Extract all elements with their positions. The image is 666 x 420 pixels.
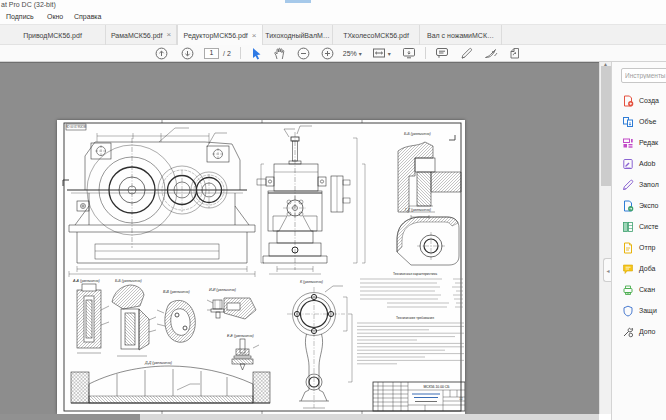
tool-add-comment[interactable]: Доба [612, 258, 666, 279]
tab-rama[interactable]: РамаМСК56.pdf× [106, 25, 177, 45]
fit-width-dropdown[interactable]: ▾ [372, 46, 391, 61]
send-share-button[interactable] [508, 46, 521, 61]
next-page-button[interactable] [181, 46, 194, 61]
toolbar-divider [425, 47, 426, 59]
document-tab-bar: ПриводМСК56.pdf РамаМСК56.pdf× РедукторМ… [0, 24, 666, 45]
tech-characteristics-block: Техническая характеристика [360, 272, 463, 307]
comment-tool-button[interactable] [435, 46, 449, 61]
menu-bar: Подпись Окно Справка [0, 11, 666, 24]
zoom-in-button[interactable] [321, 46, 334, 61]
tools-search-input[interactable] [621, 68, 666, 83]
comment-icon [622, 263, 634, 275]
detail-vv-enlarged: В-В (увеличено) [157, 290, 195, 342]
close-icon[interactable]: × [252, 32, 257, 40]
horizontal-scrollbar[interactable] [0, 414, 599, 420]
edit-pdf-icon [622, 137, 634, 149]
svg-text:МСК56.10.00 СБ: МСК56.10.00 СБ [66, 124, 86, 128]
combine-files-icon [622, 116, 634, 128]
window-title: at Pro DC (32-bit) [1, 1, 56, 8]
menu-help[interactable]: Справка [74, 13, 101, 20]
tab-thkoleso[interactable]: ТХколесоМСК56.pdf [333, 25, 420, 45]
acrobat-window: at Pro DC (32-bit) Подпись Окно Справка … [0, 0, 666, 420]
svg-text:Техническая характеристика: Техническая характеристика [393, 272, 437, 276]
fullscreen-mode-button[interactable] [402, 46, 416, 61]
vertical-scrollbar-thumb[interactable] [601, 66, 611, 186]
select-tool-button[interactable] [250, 46, 262, 61]
tab-tihohodny[interactable]: ТихоходныйВалМ… [263, 25, 333, 45]
horizontal-scrollbar-thumb[interactable] [0, 414, 140, 420]
tool-create-pdf[interactable]: Созда [612, 90, 666, 111]
tool-protect[interactable]: Защи [612, 300, 666, 321]
protect-icon [622, 305, 634, 317]
chevron-down-icon: ▾ [359, 50, 362, 57]
chevron-down-icon: ▾ [388, 50, 391, 57]
tool-adobe-sign[interactable]: Adob [612, 153, 666, 174]
tool-more-tools[interactable]: Допо [612, 321, 666, 342]
view-side [257, 126, 365, 274]
tab-reduktor[interactable]: РедукторМСК56.pdf× [177, 25, 263, 46]
view-front [63, 128, 255, 277]
svg-text:И-И (увеличено): И-И (увеличено) [209, 288, 236, 292]
detail-aa-enlarged: А-А (увеличено) [72, 279, 109, 353]
tool-scan-ocr[interactable]: Скан [612, 279, 666, 300]
view-rod-k: К (увеличено) [287, 280, 352, 408]
detail-gg-enlarged: Г-Г (увеличено) [397, 208, 459, 265]
vertical-scrollbar[interactable]: ▲ [599, 62, 611, 414]
tool-fill-sign[interactable]: Запол [612, 174, 666, 195]
tab-privod[interactable]: ПриводМСК56.pdf [0, 25, 106, 45]
view-beam-dd: Д-Д (увеличено) [71, 361, 270, 403]
more-tools-icon [622, 326, 634, 338]
toolbar-divider [240, 47, 241, 59]
svg-text:Е-Е (увеличено): Е-Е (увеличено) [227, 334, 254, 338]
zoom-level-dropdown[interactable]: 25%▾ [343, 46, 362, 61]
send-file-icon [622, 242, 634, 254]
svg-text:К (увеличено): К (увеличено) [300, 280, 323, 284]
tool-export-pdf[interactable]: Экспо [612, 195, 666, 216]
chevron-left-icon: ◂ [606, 267, 609, 274]
svg-text:Д-Д (увеличено): Д-Д (увеличено) [144, 361, 172, 365]
svg-text:МСК56.10.00 СБ: МСК56.10.00 СБ [423, 385, 450, 389]
menu-signature[interactable]: Подпись [6, 13, 34, 20]
tool-edit-pdf[interactable]: Редак [612, 132, 666, 153]
tools-sidebar: Созда Объе Редак Adob Запол Экспо [611, 62, 666, 420]
window-titlebar: at Pro DC (32-bit) [0, 0, 666, 11]
svg-text:Б-Б (увеличено): Б-Б (увеличено) [404, 132, 431, 136]
svg-text:Г-Г (увеличено): Г-Г (увеличено) [405, 208, 431, 212]
page-total-label: / 2 [223, 46, 231, 61]
detail-ee-enlarged: Е-Е (увеличено) [227, 334, 259, 370]
detail-bb-small-enlarged: Б-Б (увеличено) [112, 279, 156, 356]
titlebar-accent [285, 0, 311, 3]
previous-page-button[interactable] [155, 46, 168, 61]
detail-bb-enlarged: Б-Б (увеличено) [398, 132, 461, 219]
pdf-page: МСК56.10.00 СБ [57, 120, 465, 414]
title-block: МСК56.10.00 СБ 1:2 [373, 382, 465, 411]
svg-text:Б-Б (увеличено): Б-Б (увеличено) [115, 279, 142, 283]
main-toolbar: 1 / 2 25%▾ ▾ [0, 45, 666, 62]
fill-sign-pencil-button[interactable] [460, 46, 473, 61]
tech-requirements-block: Технические требования [357, 316, 464, 364]
scan-icon [622, 284, 634, 296]
zoom-out-button[interactable] [297, 46, 310, 61]
page-number-input[interactable]: 1 [204, 48, 219, 59]
tab-val[interactable]: Вал с ножамиМСК… [420, 25, 502, 45]
pdf-page-drawing: МСК56.10.00 СБ [57, 120, 465, 414]
adobe-sign-icon [622, 158, 634, 170]
tool-send-for-review[interactable]: Отпр [612, 237, 666, 258]
document-viewport[interactable]: МСК56.10.00 СБ [0, 62, 599, 420]
export-pdf-icon [622, 200, 634, 212]
tool-organize-pages[interactable]: Систе [612, 216, 666, 237]
menu-window[interactable]: Окно [47, 13, 63, 20]
tool-combine-files[interactable]: Объе [612, 111, 666, 132]
organize-pages-icon [622, 221, 634, 233]
tools-list: Созда Объе Редак Adob Запол Экспо [612, 90, 666, 342]
certificates-pen-button[interactable] [484, 46, 498, 61]
detail-ii-enlarged: И-И (увеличено) [207, 288, 256, 319]
svg-text:В-В (увеличено): В-В (увеличено) [163, 290, 190, 294]
hand-tool-button[interactable] [273, 46, 286, 61]
close-icon[interactable]: × [166, 31, 171, 39]
fill-sign-icon [622, 179, 634, 191]
svg-text:Технические требования: Технические требования [396, 316, 434, 320]
create-pdf-icon [622, 95, 634, 107]
svg-text:1:2: 1:2 [459, 397, 463, 401]
svg-text:А-А (увеличено): А-А (увеличено) [72, 279, 100, 283]
